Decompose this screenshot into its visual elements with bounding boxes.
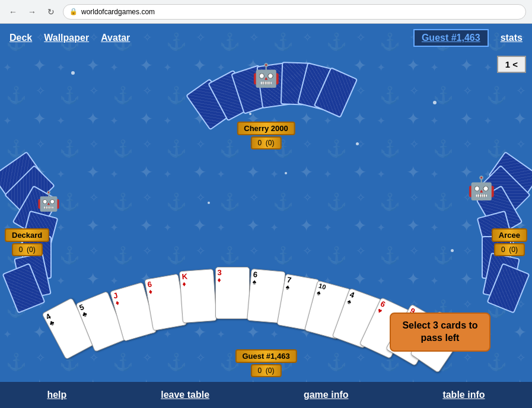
wallpaper-nav-link[interactable]: Wallpaper [39, 30, 94, 46]
snow-dot [71, 71, 75, 75]
left-player-name: Deckard [5, 228, 49, 242]
avatar-left: 🤖 [37, 190, 60, 212]
browser-chrome: ← → ↻ 🔒 worldofcardgames.com [0, 0, 532, 24]
bottom-player-score: 0 (0) [250, 364, 281, 377]
snow-dot [285, 172, 287, 174]
lock-icon: 🔒 [69, 8, 78, 15]
back-button[interactable]: ← [6, 5, 20, 19]
bottom-nav: help leave table game info table info [0, 382, 532, 408]
left-player-score: 0 (0) [12, 243, 43, 256]
player-hand: 4 ♣ 5 ♣ J ♦ 6 ♦ K ♦ 3 ♦ 6 ♠ 7 ♠ [64, 263, 432, 364]
left-player-info: Deckard 0 (0) [5, 228, 49, 256]
right-player-score: 0 (0) [494, 243, 525, 256]
top-player-score: 0 (0) [250, 136, 281, 149]
top-nav: Deck Wallpaper Avatar Guest #1,463 stats [0, 24, 532, 52]
avatar-top: 🤖 [252, 64, 280, 87]
game-info-link[interactable]: game info [304, 390, 349, 400]
right-player-info: Arcee 0 (0) [492, 228, 527, 256]
avatar-nav-link[interactable]: Avatar [96, 30, 135, 46]
refresh-button[interactable]: ↻ [44, 5, 58, 19]
snow-dot [433, 101, 437, 104]
right-player-cards [422, 136, 532, 302]
deck-nav-link[interactable]: Deck [5, 30, 37, 46]
address-bar[interactable]: 🔒 worldofcardgames.com [63, 4, 526, 20]
snow-dot [208, 202, 210, 204]
notification-box: Select 3 cards to pass left [390, 313, 490, 352]
round-badge[interactable]: 1 < [497, 56, 526, 73]
leave-table-link[interactable]: leave table [161, 390, 209, 400]
help-link[interactable]: help [47, 390, 66, 400]
url-text: worldofcardgames.com [81, 8, 155, 16]
table-info-link[interactable]: table info [442, 390, 485, 400]
top-player-name: Cherry 2000 [237, 122, 295, 135]
hand-card-6[interactable]: 3 ♦ [215, 267, 250, 319]
avatar-right: 🤖 [467, 175, 495, 201]
hand-card-5[interactable]: K ♦ [179, 269, 216, 323]
game-area: ⚓ ✦ ✧ ✦ Deck Wallpaper Avatar Guest #1,4… [0, 24, 532, 408]
right-player-name: Arcee [492, 228, 527, 242]
stats-link[interactable]: stats [496, 30, 527, 46]
top-player-info: Cherry 2000 0 (0) [237, 122, 295, 149]
forward-button[interactable]: → [25, 5, 39, 19]
user-label[interactable]: Guest #1,463 [413, 29, 489, 47]
